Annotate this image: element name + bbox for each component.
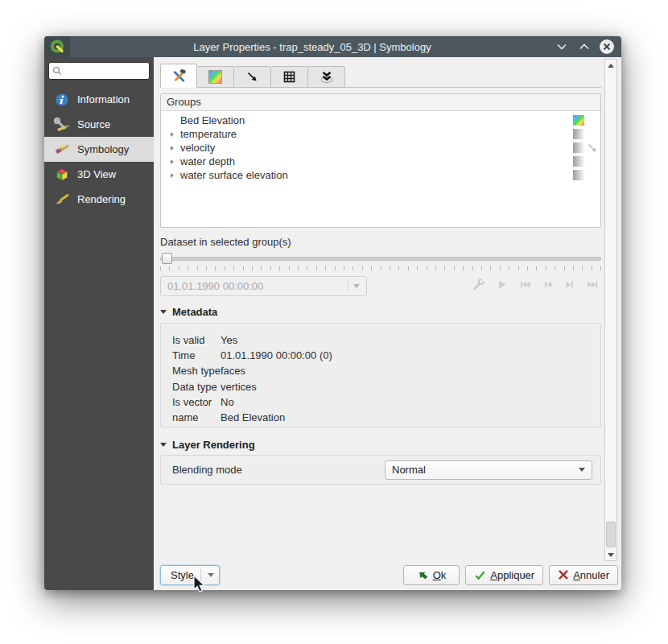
color-ramp-chip[interactable] bbox=[573, 129, 584, 139]
tab-mesh-frame[interactable] bbox=[271, 66, 308, 88]
apply-button[interactable]: Appliquer bbox=[465, 565, 543, 585]
collapse-triangle-icon bbox=[160, 443, 167, 447]
qgis-logo bbox=[44, 36, 70, 57]
group-row-bed-elevation[interactable]: Bed Elevation bbox=[161, 114, 600, 127]
layer-rendering-section-header[interactable]: Layer Rendering bbox=[160, 439, 601, 451]
stack-averaging-icon bbox=[320, 70, 334, 85]
symbology-tabbar bbox=[160, 64, 601, 88]
x-icon bbox=[558, 569, 569, 580]
expand-arrow[interactable] bbox=[166, 173, 179, 178]
metadata-row: Time01.01.1990 00:00:00 (0) bbox=[172, 348, 600, 363]
tools-icon bbox=[171, 68, 187, 84]
shade-icon[interactable] bbox=[555, 39, 569, 54]
collapse-triangle-icon bbox=[160, 310, 167, 314]
metadata-row: nameBed Elevation bbox=[172, 410, 600, 425]
tab-stacked-mesh-averaging[interactable] bbox=[308, 66, 345, 88]
metadata-row: Is validYes bbox=[172, 332, 600, 348]
wrench-screwdriver-icon bbox=[54, 117, 70, 133]
sidebar-item-3d-view[interactable]: 3D View bbox=[48, 162, 150, 187]
maximize-icon[interactable] bbox=[577, 39, 592, 54]
slider-handle[interactable] bbox=[162, 253, 172, 264]
sidebar-search[interactable] bbox=[48, 62, 150, 80]
tab-general-settings[interactable] bbox=[160, 64, 197, 88]
metadata-section-header[interactable]: Metadata bbox=[160, 306, 601, 318]
skip-last-icon[interactable] bbox=[586, 279, 600, 294]
metadata-row: Mesh typefaces bbox=[172, 363, 600, 378]
slider-groove[interactable] bbox=[160, 257, 601, 261]
slider-ticks bbox=[160, 266, 601, 270]
groups-list: Bed Elevation temperature bbox=[161, 111, 600, 227]
sidebar-item-label: Source bbox=[77, 118, 110, 130]
expand-arrow[interactable] bbox=[166, 146, 179, 151]
sidebar-item-symbology[interactable]: Symbology bbox=[44, 137, 154, 162]
group-row-velocity[interactable]: velocity bbox=[161, 141, 600, 155]
dataset-time-value: 01.01.1990 00:00:00 bbox=[167, 280, 263, 292]
vector-arrow-icon bbox=[245, 70, 259, 84]
close-icon[interactable] bbox=[600, 39, 614, 54]
dataset-time-combobox[interactable]: 01.01.1990 00:00:00 bbox=[160, 276, 367, 296]
tab-contours[interactable] bbox=[197, 66, 234, 88]
chevron-down-icon bbox=[208, 573, 214, 577]
info-icon bbox=[54, 92, 70, 108]
color-ramp-icon bbox=[208, 70, 222, 84]
skip-first-icon[interactable] bbox=[518, 279, 532, 294]
layer-properties-dialog: Layer Properties - trap_steady_05_3D | S… bbox=[44, 36, 621, 590]
paintbrush-icon bbox=[54, 142, 70, 158]
group-row-water-surface-elevation[interactable]: water surface elevation bbox=[161, 168, 600, 182]
sidebar-item-information[interactable]: Information bbox=[48, 87, 150, 112]
group-row-temperature[interactable]: temperature bbox=[161, 127, 600, 141]
scroll-down-icon[interactable] bbox=[605, 549, 616, 560]
chevron-down-icon bbox=[579, 468, 585, 472]
sidebar-menu: Information Source bbox=[48, 87, 150, 212]
search-input[interactable] bbox=[62, 65, 146, 76]
scrollbar-thumb[interactable] bbox=[606, 522, 616, 547]
groups-header: Groups bbox=[161, 94, 600, 111]
expand-arrow[interactable] bbox=[166, 159, 179, 164]
vector-indicator-icon[interactable] bbox=[584, 142, 600, 154]
color-ramp-chip[interactable] bbox=[573, 142, 584, 153]
color-ramp-chip[interactable] bbox=[573, 115, 584, 126]
dataset-time-slider[interactable] bbox=[160, 253, 601, 264]
vertical-scrollbar[interactable] bbox=[604, 59, 617, 561]
prev-frame-icon[interactable] bbox=[542, 279, 554, 294]
sidebar-item-label: 3D View bbox=[77, 168, 116, 180]
metadata-row: Is vectorNo bbox=[172, 394, 600, 410]
color-ramp-chip[interactable] bbox=[573, 156, 584, 167]
play-icon[interactable] bbox=[496, 279, 508, 294]
chevron-down-icon bbox=[353, 284, 360, 288]
ok-arrow-icon bbox=[417, 569, 429, 581]
sidebar: Information Source bbox=[44, 57, 154, 590]
playback-toolbar bbox=[472, 278, 601, 295]
ok-button[interactable]: Ok bbox=[403, 565, 460, 585]
dataset-group-label: Dataset in selected group(s) bbox=[160, 236, 601, 248]
sidebar-item-label: Rendering bbox=[77, 193, 126, 205]
group-row-water-depth[interactable]: water depth bbox=[161, 155, 600, 168]
time-settings-wrench-icon[interactable] bbox=[472, 278, 485, 295]
dialog-button-box: Style Ok Appliquer bbox=[160, 564, 618, 585]
metadata-row: Data typevertices bbox=[172, 379, 600, 394]
search-icon bbox=[52, 66, 62, 76]
mesh-grid-icon bbox=[282, 70, 296, 84]
window-title: Layer Properties - trap_steady_05_3D | S… bbox=[70, 41, 555, 53]
scroll-up-icon[interactable] bbox=[605, 60, 616, 71]
cancel-button[interactable]: Annuler bbox=[549, 565, 618, 585]
layer-rendering-frame: Blending mode Normal bbox=[160, 455, 601, 485]
blending-mode-label: Blending mode bbox=[172, 464, 242, 476]
titlebar[interactable]: Layer Properties - trap_steady_05_3D | S… bbox=[44, 36, 621, 57]
cube-3d-icon bbox=[54, 167, 70, 183]
color-ramp-chip[interactable] bbox=[573, 170, 584, 180]
symbology-page: Groups Bed Elevation bbox=[154, 57, 621, 590]
desktop: Layer Properties - trap_steady_05_3D | S… bbox=[0, 0, 668, 644]
next-frame-icon[interactable] bbox=[564, 279, 575, 294]
tab-vectors[interactable] bbox=[234, 66, 271, 88]
sidebar-item-rendering[interactable]: Rendering bbox=[48, 187, 150, 212]
check-icon bbox=[474, 569, 486, 581]
mouse-cursor bbox=[192, 575, 208, 597]
metadata-frame: Is validYes Time01.01.1990 00:00:00 (0) … bbox=[160, 323, 601, 427]
blending-mode-combobox[interactable]: Normal bbox=[385, 460, 592, 480]
style-button[interactable]: Style bbox=[160, 565, 220, 585]
sidebar-item-source[interactable]: Source bbox=[48, 112, 150, 137]
sidebar-item-label: Information bbox=[77, 93, 130, 105]
expand-arrow[interactable] bbox=[166, 132, 179, 137]
sidebar-item-label: Symbology bbox=[77, 143, 129, 155]
